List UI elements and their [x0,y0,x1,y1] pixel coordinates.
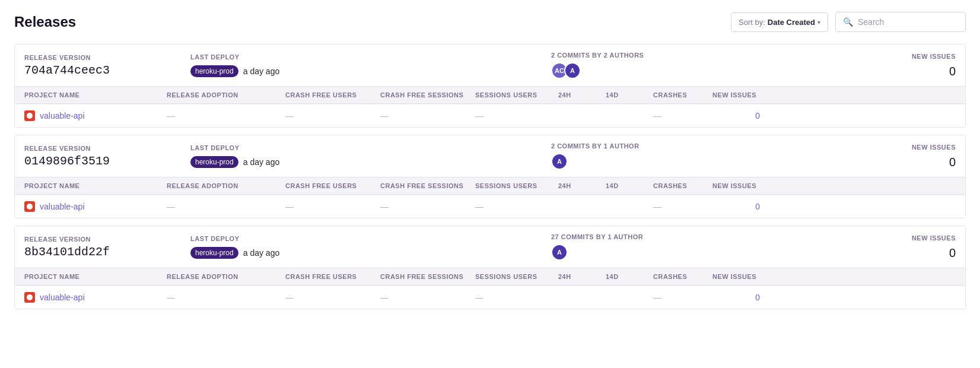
release-version-section: RELEASE VERSION 0149896f3519 [24,145,190,168]
author-avatar: A [551,153,568,170]
cell-release-adoption: — [167,202,285,211]
sort-button[interactable]: Sort by: Date Created ▾ [731,12,828,32]
cell-release-adoption: — [167,293,285,302]
commits-section: 2 COMMITS BY 2 AUTHORS ACA [551,52,912,79]
col-crash-free-users: CRASH FREE USERS [285,182,380,189]
project-icon-inner [27,204,33,210]
deploy-badge: heroku-prod [190,156,238,168]
release-version-label: RELEASE VERSION [24,54,190,61]
sort-value: Date Created [768,18,815,27]
deploy-section: LAST DEPLOY heroku-prod a day ago [190,235,551,259]
col-project-name: PROJECT NAME [24,182,167,189]
cell-new-issues[interactable]: 0 [712,202,760,211]
col-14d: 14D [606,273,653,280]
col-crash-free-sessions: CRASH FREE SESSIONS [380,182,475,189]
cell-project-name: valuable-api [24,110,167,121]
deploy-time: a day ago [243,248,280,258]
commits-section: 2 COMMITS BY 1 AUTHOR A [551,142,912,170]
release-header: RELEASE VERSION 8b34101dd22f LAST DEPLOY… [15,226,965,268]
deploy-time: a day ago [243,157,280,167]
search-input[interactable] [858,17,958,27]
deploy-info: heroku-prod a day ago [190,247,551,259]
release-version: 704a744ceec3 [24,64,190,77]
col-new-issues: NEW ISSUES [712,182,760,189]
release-header: RELEASE VERSION 704a744ceec3 LAST DEPLOY… [15,45,965,87]
cell-crash-free-users: — [285,202,380,211]
table-row: valuable-api — — — — — 0 [15,104,965,127]
cell-new-issues[interactable]: 0 [712,293,760,302]
release-header: RELEASE VERSION 0149896f3519 LAST DEPLOY… [15,135,965,177]
author-avatar: A [564,62,581,79]
header-controls: Sort by: Date Created ▾ 🔍 [731,12,966,32]
release-version-label: RELEASE VERSION [24,145,190,152]
project-name-text: valuable-api [40,111,85,120]
cell-sessions: — [475,111,558,120]
release-card-1: RELEASE VERSION 704a744ceec3 LAST DEPLOY… [14,44,966,128]
cell-sessions: — [475,293,558,302]
col-sessions: SESSIONS [475,91,511,99]
cell-new-issues[interactable]: 0 [712,111,760,120]
project-icon [24,201,35,212]
col-users: USERS [513,182,537,189]
col-release-adoption: RELEASE ADOPTION [167,182,285,189]
col-14d: 14D [606,91,653,99]
project-icon [24,292,35,303]
col-users: USERS [513,91,537,99]
cell-project-name: valuable-api [24,201,167,212]
col-project-name: PROJECT NAME [24,91,167,99]
col-sessions-users: SESSIONS USERS [475,182,558,189]
col-new-issues: NEW ISSUES [712,91,760,99]
cell-crash-free-users: — [285,111,380,120]
project-link[interactable]: valuable-api [24,110,167,121]
project-name-text: valuable-api [40,293,85,302]
new-issues-count: 0 [949,246,956,260]
commits-label: 27 COMMITS BY 1 AUTHOR [551,233,643,240]
table-header: PROJECT NAME RELEASE ADOPTION CRASH FREE… [15,268,965,285]
release-card-2: RELEASE VERSION 0149896f3519 LAST DEPLOY… [14,135,966,218]
cell-crash-free-users: — [285,293,380,302]
new-issues-section: NEW ISSUES 0 [912,53,956,78]
page-header: Releases Sort by: Date Created ▾ 🔍 [14,12,966,32]
commits-label: 2 COMMITS BY 2 AUTHORS [551,52,644,59]
search-box[interactable]: 🔍 [835,12,966,32]
release-card-3: RELEASE VERSION 8b34101dd22f LAST DEPLOY… [14,226,966,309]
project-link[interactable]: valuable-api [24,201,167,212]
search-icon: 🔍 [843,17,853,27]
col-crash-free-sessions: CRASH FREE SESSIONS [380,91,475,99]
col-24h: 24H [558,273,606,280]
new-issues-section: NEW ISSUES 0 [912,144,956,169]
col-sessions-users: SESSIONS USERS [475,91,558,99]
project-link[interactable]: valuable-api [24,292,167,303]
col-crashes: CRASHES [653,273,712,280]
table-row: valuable-api — — — — — 0 [15,285,965,309]
deploy-label: LAST DEPLOY [190,144,551,151]
new-issues-count: 0 [949,156,956,169]
author-avatars: ACA [551,62,577,79]
release-version-label: RELEASE VERSION [24,236,190,243]
page-title: Releases [14,14,76,30]
new-issues-section: NEW ISSUES 0 [912,234,956,260]
cell-crashes: — [653,293,712,302]
deploy-info: heroku-prod a day ago [190,156,551,168]
deploy-label: LAST DEPLOY [190,235,551,242]
cell-crash-free-sessions: — [380,111,475,120]
col-users: USERS [513,273,537,280]
cell-crashes: — [653,111,712,120]
page-container: Releases Sort by: Date Created ▾ 🔍 RELEA… [0,0,980,328]
project-icon [24,110,35,121]
releases-container: RELEASE VERSION 704a744ceec3 LAST DEPLOY… [14,44,966,309]
col-crash-free-users: CRASH FREE USERS [285,273,380,280]
col-crash-free-users: CRASH FREE USERS [285,91,380,99]
cell-project-name: valuable-api [24,292,167,303]
col-new-issues: NEW ISSUES [712,273,760,280]
release-version: 0149896f3519 [24,154,190,168]
new-issues-count: 0 [949,65,956,78]
deploy-time: a day ago [243,66,280,76]
commits-section: 27 COMMITS BY 1 AUTHOR A [551,233,912,261]
deploy-badge: heroku-prod [190,247,238,259]
release-version-section: RELEASE VERSION 704a744ceec3 [24,54,190,77]
release-version: 8b34101dd22f [24,245,190,259]
new-issues-label: NEW ISSUES [912,234,956,242]
cell-release-adoption: — [167,111,285,120]
deploy-label: LAST DEPLOY [190,53,551,61]
